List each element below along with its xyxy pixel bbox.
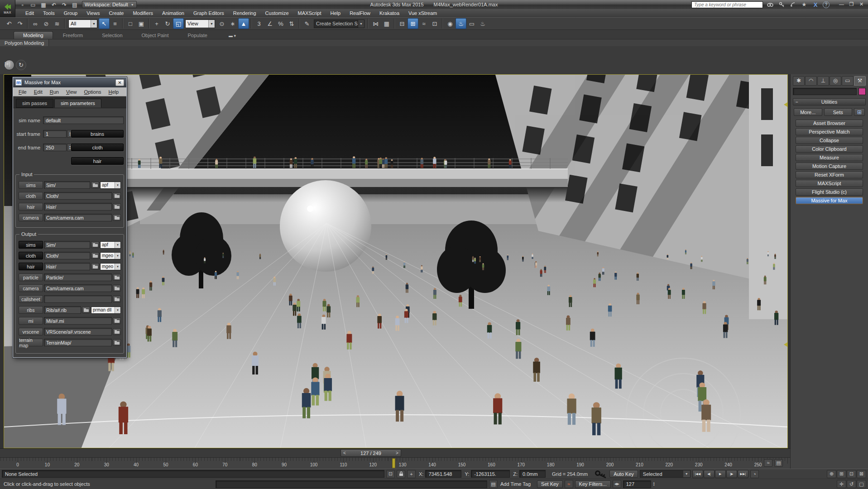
dialog-menu-options[interactable]: Options — [81, 89, 105, 95]
viewport-pov-label[interactable]: [+] — [5, 61, 10, 67]
orbit-icon[interactable]: ↺ — [847, 480, 856, 488]
output-camera-button[interactable]: camera — [19, 284, 43, 292]
time-slider[interactable]: < 127 / 249 > — [340, 449, 401, 457]
tab-sim-parameters[interactable]: sim parameters — [54, 99, 101, 108]
output-hair-browse-folder-icon[interactable] — [91, 263, 99, 270]
utility-measure-button[interactable]: Measure — [796, 154, 863, 161]
z-coordinate-field[interactable]: 0.0mm — [519, 470, 546, 478]
dialog-title-bar[interactable]: m Massive for Max ✕ — [13, 77, 126, 87]
select-and-move-icon[interactable]: + — [151, 18, 162, 29]
output-vrscene-button[interactable]: vrscene — [19, 328, 43, 336]
input-cloth-field[interactable]: Cloth/ — [44, 192, 112, 200]
output-terrain-map-field[interactable]: TerrainMap/ — [44, 339, 112, 346]
ribbon-tab-object-paint[interactable]: Object Paint — [133, 32, 178, 39]
time-slider-track[interactable]: < 127 / 249 > — [0, 448, 790, 457]
close-button[interactable]: ✕ — [857, 1, 866, 8]
dialog-close-button[interactable]: ✕ — [115, 79, 124, 86]
menu-graph-editors[interactable]: Graph Editors — [189, 10, 229, 16]
dialog-menu-help[interactable]: Help — [105, 89, 123, 95]
previous-frame-arrow[interactable]: < — [341, 451, 348, 455]
use-pivot-point-center-icon[interactable]: ⊙ — [216, 18, 227, 29]
output-mi-button[interactable]: mi — [19, 317, 43, 325]
next-frame-arrow[interactable]: > — [393, 451, 401, 455]
open-file-icon[interactable]: ▭ — [29, 1, 38, 8]
key-mode-toggle-icon[interactable]: ◀▶ — [613, 480, 621, 488]
restore-button[interactable]: ❐ — [847, 1, 856, 8]
input-hair-button[interactable]: hair — [19, 203, 43, 211]
zoom-extents-icon[interactable]: ⊡ — [847, 470, 856, 478]
sign-in-key-icon[interactable] — [777, 1, 786, 8]
tab-motion-panel[interactable]: ◎ — [830, 76, 841, 86]
output-particle-button[interactable]: particle — [19, 273, 43, 281]
save-file-icon[interactable]: ▦ — [39, 1, 48, 8]
angle-snap-icon[interactable]: ∠ — [264, 18, 275, 29]
keyboard-shortcut-override-icon[interactable]: ▲ — [238, 18, 249, 29]
rectangular-selection-region-icon[interactable]: □ — [125, 18, 136, 29]
output-vrscene-field[interactable]: VRScene/a#.vrscene — [44, 328, 112, 336]
sets-button[interactable]: Sets — [824, 108, 853, 116]
menu-krakatoa[interactable]: Krakatoa — [375, 10, 404, 16]
output-cloth-button[interactable]: cloth — [19, 252, 43, 259]
favorites-star-icon[interactable]: ★ — [800, 1, 808, 8]
output-callsheet-button[interactable]: callsheet — [19, 295, 43, 303]
dialog-menu-edit[interactable]: Edit — [30, 89, 46, 95]
minimize-button[interactable]: — — [837, 1, 846, 8]
percent-snap-icon[interactable]: % — [275, 18, 286, 29]
tab-hierarchy-panel[interactable]: ⊥ — [817, 76, 829, 86]
ribbon-tab-freeform[interactable]: Freeform — [54, 32, 92, 39]
utility-asset-browser-button[interactable]: Asset Browser — [796, 120, 863, 127]
more-utilities-button[interactable]: More... — [794, 108, 822, 116]
menu-create[interactable]: Create — [104, 10, 128, 16]
render-setup-icon[interactable]: ♨ — [456, 18, 466, 29]
select-and-scale-icon[interactable]: ◱ — [173, 18, 184, 29]
unlink-selection-icon[interactable]: ⊘ — [41, 18, 52, 29]
utility-reset-xform-button[interactable]: Reset XForm — [796, 171, 863, 178]
toggle-scene-explorer-icon[interactable]: ⊞ — [408, 18, 418, 29]
output-ribs-format-dropdown[interactable]: prman dll▼ — [91, 307, 121, 314]
input-cloth-button[interactable]: cloth — [19, 192, 43, 200]
sim-name-field[interactable]: default — [43, 116, 124, 124]
align-icon[interactable]: ▦ — [381, 18, 392, 29]
track-bar-options-icon[interactable]: ▤ — [774, 459, 783, 467]
maximize-viewport-icon[interactable]: ▢ — [857, 480, 866, 488]
output-ribs-field[interactable]: Rib/a#.rib — [44, 306, 81, 314]
output-camera-browse-folder-icon[interactable] — [113, 285, 121, 292]
spinner-snap-icon[interactable]: ⇅ — [286, 18, 297, 29]
current-frame-marker[interactable] — [392, 458, 395, 468]
absolute-mode-transform-icon[interactable]: + — [407, 470, 416, 478]
output-callsheet-browse-folder-icon[interactable] — [113, 296, 121, 302]
key-filters-button[interactable]: Key Filters... — [575, 480, 611, 488]
isolate-selection-toggle-icon[interactable]: ⊡ — [386, 470, 395, 478]
material-editor-icon[interactable]: ◉ — [445, 18, 456, 29]
named-selection-set-dropdown[interactable]: Create Selection Se▼ — [314, 19, 364, 28]
output-sims-format-dropdown[interactable]: apf▼ — [100, 241, 121, 249]
output-particle-field[interactable]: Particle/ — [44, 273, 112, 281]
previous-frame-button[interactable]: ◀| — [704, 470, 715, 478]
auto-key-button[interactable]: Auto Key — [609, 470, 638, 478]
snap-toggle-3d-icon[interactable]: 3 — [254, 18, 264, 29]
manage-layers-icon[interactable]: ⊟ — [397, 18, 408, 29]
workspace-dropdown[interactable]: Workspace: Default ▼ — [82, 1, 137, 8]
select-and-link-icon[interactable]: ∞ — [30, 18, 41, 29]
utility-maxscript-button[interactable]: MAXScript — [796, 180, 863, 187]
ribbon-panel-label[interactable]: Polygon Modeling — [0, 39, 49, 46]
notes-icon[interactable]: ▤ — [489, 480, 498, 488]
utility-collapse-button[interactable]: Collapse — [796, 137, 863, 144]
output-hair-format-dropdown[interactable]: mgeo▼ — [100, 263, 121, 270]
hair-button[interactable]: hair — [71, 157, 124, 165]
communication-center-icon[interactable] — [789, 1, 797, 8]
application-menu-button[interactable]: MAX — [0, 0, 15, 17]
select-by-name-icon[interactable]: ≡ — [110, 18, 120, 29]
ribbon-tab-modeling[interactable]: Modeling — [14, 31, 53, 39]
curve-editor-icon[interactable]: ≈ — [418, 18, 429, 29]
redo-icon[interactable]: ↷ — [14, 18, 25, 29]
utility-perspective-match-button[interactable]: Perspective Match — [796, 128, 863, 135]
utility-massive-for-max-button[interactable]: Massive for Max — [796, 197, 863, 204]
search-icon[interactable] — [766, 1, 774, 8]
set-key-mode-key-icon[interactable] — [594, 470, 608, 479]
output-vrscene-browse-folder-icon[interactable] — [113, 328, 121, 335]
new-scene-icon[interactable]: ▫ — [18, 1, 27, 8]
input-camera-field[interactable]: Cam/camera.cam — [44, 214, 112, 221]
zoom-icon[interactable]: ⊕ — [827, 470, 836, 478]
output-hair-field[interactable]: Hair/ — [44, 263, 90, 270]
